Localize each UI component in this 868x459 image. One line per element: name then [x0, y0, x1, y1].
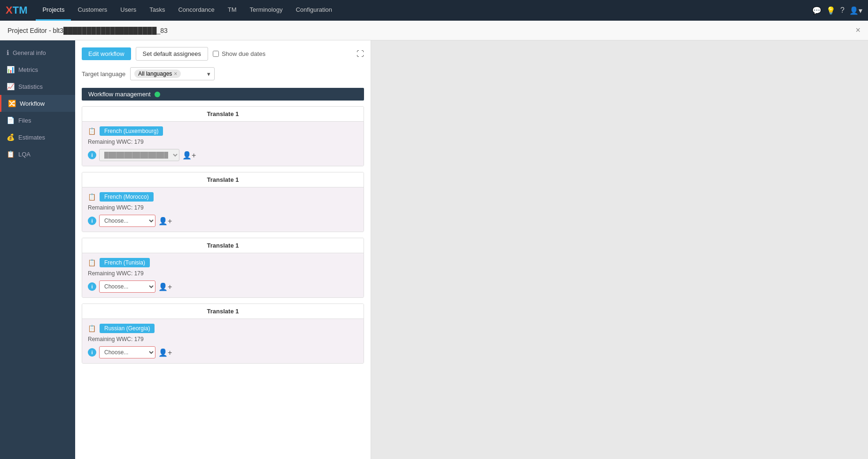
- chevron-down-icon: ▾: [207, 70, 210, 78]
- chat-icon[interactable]: 💬: [812, 6, 822, 15]
- set-default-assignees-button[interactable]: Set default assignees: [136, 47, 208, 61]
- workflow-icon: 🔀: [8, 100, 16, 107]
- metrics-icon: 📊: [7, 66, 15, 73]
- toolbar-row: Edit workflow Set default assignees Show…: [82, 47, 364, 61]
- translate-header-3: Translate 1: [82, 304, 364, 319]
- top-nav: XTM Projects Customers Users Tasks Conco…: [0, 0, 868, 21]
- target-language-row: Target language All languages × ▾: [82, 67, 364, 80]
- lang-badge-2: French (Tunisia): [100, 258, 150, 267]
- lang-badge-3: Russian (Georgia): [100, 324, 155, 333]
- nav-users[interactable]: Users: [114, 0, 143, 21]
- assign-icon-2[interactable]: 👤+: [158, 282, 172, 291]
- status-dot: [155, 92, 160, 97]
- target-language-select[interactable]: All languages × ▾: [130, 67, 215, 80]
- sidebar-item-general-info[interactable]: ℹ General info: [0, 44, 75, 61]
- nav-configuration[interactable]: Configuration: [289, 0, 339, 21]
- sidebar-item-label: General info: [13, 49, 46, 56]
- sidebar-item-label: Metrics: [18, 66, 38, 73]
- lang-row-3: 📋 Russian (Georgia): [88, 324, 358, 333]
- translate-section-2: Translate 1 📋 French (Tunisia) Remaining…: [82, 238, 364, 298]
- bulb-icon[interactable]: 💡: [826, 6, 836, 15]
- statistics-icon: 📈: [7, 83, 15, 90]
- lqa-icon: 📋: [7, 150, 15, 158]
- target-language-label: Target language: [82, 70, 125, 78]
- info-icon-0[interactable]: i: [88, 151, 96, 159]
- project-title: Project Editor - blt3███████████████████…: [8, 27, 168, 34]
- copy-icon-2[interactable]: 📋: [88, 259, 96, 266]
- nav-projects[interactable]: Projects: [36, 0, 71, 21]
- sidebar-item-label: Workflow: [20, 100, 45, 107]
- right-panel: [371, 40, 868, 459]
- translate-header-2: Translate 1: [82, 238, 364, 253]
- copy-icon-1[interactable]: 📋: [88, 193, 96, 201]
- assignee-select-1[interactable]: Choose...: [99, 215, 155, 227]
- info-icon-3[interactable]: i: [88, 348, 96, 357]
- sidebar: ℹ General info 📊 Metrics 📈 Statistics 🔀 …: [0, 40, 75, 459]
- show-due-dates-checkbox[interactable]: [213, 51, 219, 57]
- translate-body-2: 📋 French (Tunisia) Remaining WWC: 179 i …: [82, 253, 364, 297]
- estimates-icon: 💰: [7, 133, 15, 141]
- translate-body-3: 📋 Russian (Georgia) Remaining WWC: 179 i…: [82, 319, 364, 363]
- all-languages-tag: All languages ×: [134, 70, 181, 78]
- translate-header-0: Translate 1: [82, 107, 364, 122]
- nav-tasks[interactable]: Tasks: [143, 0, 171, 21]
- translate-section-1: Translate 1 📋 French (Morocco) Remaining…: [82, 172, 364, 232]
- wwc-row-0: Remaining WWC: 179: [88, 139, 358, 145]
- project-header: Project Editor - blt3███████████████████…: [0, 21, 868, 40]
- info-icon-2[interactable]: i: [88, 282, 96, 291]
- wwc-row-1: Remaining WWC: 179: [88, 204, 358, 211]
- lang-badge-1: French (Morocco): [100, 192, 154, 202]
- lang-badge-0: French (Luxembourg): [100, 126, 163, 136]
- workflow-mgmt-label: Workflow management: [88, 91, 151, 98]
- user-avatar[interactable]: 👤▾: [849, 6, 862, 15]
- assignee-row-2: i Choose... 👤+: [88, 280, 358, 293]
- nav-tm[interactable]: TM: [221, 0, 243, 21]
- lang-row-2: 📋 French (Tunisia): [88, 258, 358, 267]
- translate-section-0: Translate 1 📋 French (Luxembourg) Remain…: [82, 106, 364, 166]
- lang-row-1: 📋 French (Morocco): [88, 192, 358, 202]
- assign-icon-1[interactable]: 👤+: [158, 217, 172, 226]
- sidebar-item-statistics[interactable]: 📈 Statistics: [0, 78, 75, 95]
- nav-terminology[interactable]: Terminology: [243, 0, 289, 21]
- wwc-row-3: Remaining WWC: 179: [88, 336, 358, 342]
- assign-icon-3[interactable]: 👤+: [158, 348, 172, 357]
- sidebar-item-label: Statistics: [18, 83, 43, 90]
- remove-tag-icon[interactable]: ×: [174, 70, 177, 77]
- assignee-row-0: i ████████████████ 👤+: [88, 149, 358, 161]
- nav-concordance[interactable]: Concordance: [171, 0, 221, 21]
- expand-icon[interactable]: ⛶: [356, 50, 364, 58]
- wwc-row-2: Remaining WWC: 179: [88, 270, 358, 277]
- content-area: Edit workflow Set default assignees Show…: [75, 40, 371, 459]
- copy-icon-0[interactable]: 📋: [88, 127, 96, 135]
- edit-workflow-button[interactable]: Edit workflow: [82, 47, 131, 60]
- show-due-dates-row: Show due dates: [213, 50, 265, 57]
- nav-customers[interactable]: Customers: [71, 0, 114, 21]
- close-icon[interactable]: ×: [855, 25, 860, 35]
- workflow-management-header: Workflow management: [82, 88, 364, 101]
- files-icon: 📄: [7, 117, 15, 124]
- info-icon: ℹ: [7, 49, 9, 56]
- sidebar-item-files[interactable]: 📄 Files: [0, 112, 75, 129]
- info-icon-1[interactable]: i: [88, 217, 96, 225]
- assignee-select-2[interactable]: Choose...: [99, 280, 155, 293]
- sidebar-item-estimates[interactable]: 💰 Estimates: [0, 129, 75, 146]
- copy-icon-3[interactable]: 📋: [88, 325, 96, 332]
- help-icon[interactable]: ?: [840, 6, 845, 15]
- lang-row-0: 📋 French (Luxembourg): [88, 126, 358, 136]
- assignee-row-3: i Choose... 👤+: [88, 346, 358, 358]
- sidebar-item-lqa[interactable]: 📋 LQA: [0, 146, 75, 163]
- sidebar-item-label: LQA: [18, 151, 31, 158]
- nav-items: Projects Customers Users Tasks Concordan…: [36, 0, 339, 21]
- sidebar-item-workflow[interactable]: 🔀 Workflow: [0, 95, 75, 112]
- sidebar-item-metrics[interactable]: 📊 Metrics: [0, 61, 75, 78]
- sidebar-item-label: Files: [18, 117, 31, 124]
- workflow-scroll: Translate 1 📋 French (Luxembourg) Remain…: [82, 106, 364, 364]
- assignee-select-3[interactable]: Choose...: [99, 346, 155, 358]
- assign-icon-0[interactable]: 👤+: [182, 151, 196, 160]
- translate-body-0: 📋 French (Luxembourg) Remaining WWC: 179…: [82, 122, 364, 166]
- nav-right: 💬 💡 ? 👤▾: [812, 6, 862, 15]
- sidebar-item-label: Estimates: [18, 134, 45, 141]
- show-due-dates-label: Show due dates: [222, 50, 265, 57]
- assignee-select-0[interactable]: ████████████████: [99, 149, 179, 161]
- translate-section-3: Translate 1 📋 Russian (Georgia) Remainin…: [82, 303, 364, 364]
